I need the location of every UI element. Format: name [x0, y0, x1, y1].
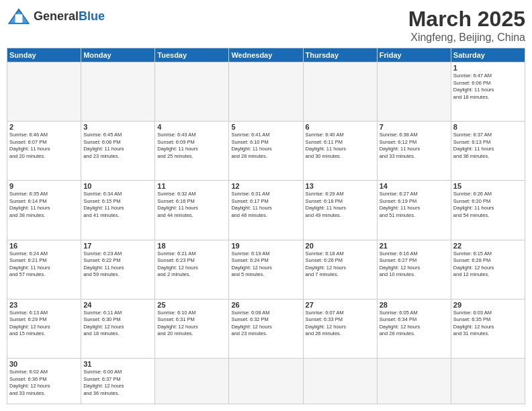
day-info: Sunrise: 6:18 AM Sunset: 6:26 PM Dayligh…	[306, 250, 375, 279]
day-info: Sunrise: 6:11 AM Sunset: 6:30 PM Dayligh…	[83, 310, 152, 338]
calendar-cell: 23Sunrise: 6:13 AM Sunset: 6:29 PM Dayli…	[7, 299, 81, 358]
calendar-cell: 29Sunrise: 6:03 AM Sunset: 6:35 PM Dayli…	[451, 299, 525, 358]
day-number: 27	[306, 301, 375, 309]
calendar-cell: 11Sunrise: 6:32 AM Sunset: 6:16 PM Dayli…	[155, 181, 229, 240]
day-number: 16	[9, 242, 79, 250]
day-info: Sunrise: 6:15 AM Sunset: 6:28 PM Dayligh…	[453, 250, 523, 279]
day-info: Sunrise: 6:35 AM Sunset: 6:14 PM Dayligh…	[9, 191, 79, 219]
day-number: 6	[306, 123, 375, 131]
calendar-header-sunday: Sunday	[7, 48, 81, 62]
calendar-cell: 9Sunrise: 6:35 AM Sunset: 6:14 PM Daylig…	[7, 181, 81, 240]
calendar-cell: 31Sunrise: 6:00 AM Sunset: 6:37 PM Dayli…	[81, 359, 155, 404]
day-info: Sunrise: 6:23 AM Sunset: 6:22 PM Dayligh…	[83, 250, 152, 279]
day-info: Sunrise: 6:19 AM Sunset: 6:24 PM Dayligh…	[231, 250, 300, 279]
day-info: Sunrise: 6:03 AM Sunset: 6:35 PM Dayligh…	[453, 310, 523, 338]
calendar-cell	[81, 62, 155, 122]
calendar-cell: 15Sunrise: 6:26 AM Sunset: 6:20 PM Dayli…	[451, 181, 525, 240]
day-info: Sunrise: 6:29 AM Sunset: 6:18 PM Dayligh…	[306, 191, 375, 219]
calendar-cell: 1Sunrise: 6:47 AM Sunset: 6:06 PM Daylig…	[451, 62, 525, 122]
day-info: Sunrise: 6:10 AM Sunset: 6:31 PM Dayligh…	[157, 310, 226, 338]
calendar-cell: 12Sunrise: 6:31 AM Sunset: 6:17 PM Dayli…	[229, 181, 303, 240]
calendar-header-tuesday: Tuesday	[155, 48, 229, 62]
calendar-header-friday: Friday	[377, 48, 451, 62]
calendar-cell	[7, 62, 81, 122]
day-info: Sunrise: 6:07 AM Sunset: 6:33 PM Dayligh…	[306, 310, 375, 338]
day-number: 12	[231, 182, 300, 190]
logo-icon	[7, 7, 31, 26]
day-number: 13	[306, 182, 375, 190]
calendar-header-row: SundayMondayTuesdayWednesdayThursdayFrid…	[7, 48, 525, 62]
day-info: Sunrise: 6:02 AM Sunset: 6:36 PM Dayligh…	[9, 369, 79, 397]
day-info: Sunrise: 6:47 AM Sunset: 6:06 PM Dayligh…	[453, 73, 523, 101]
day-info: Sunrise: 6:13 AM Sunset: 6:29 PM Dayligh…	[9, 310, 79, 338]
calendar-cell	[155, 359, 229, 404]
day-number: 23	[9, 301, 79, 309]
day-number: 25	[157, 301, 226, 309]
day-info: Sunrise: 6:24 AM Sunset: 6:21 PM Dayligh…	[9, 250, 79, 279]
calendar-cell	[303, 62, 377, 122]
calendar-cell: 8Sunrise: 6:37 AM Sunset: 6:13 PM Daylig…	[451, 122, 525, 181]
calendar-cell: 20Sunrise: 6:18 AM Sunset: 6:26 PM Dayli…	[303, 240, 377, 299]
calendar-week-1: 2Sunrise: 6:46 AM Sunset: 6:07 PM Daylig…	[7, 122, 525, 181]
day-number: 19	[231, 242, 300, 250]
day-info: Sunrise: 6:45 AM Sunset: 6:08 PM Dayligh…	[83, 132, 152, 160]
calendar-cell: 14Sunrise: 6:27 AM Sunset: 6:19 PM Dayli…	[377, 181, 451, 240]
day-info: Sunrise: 6:41 AM Sunset: 6:10 PM Dayligh…	[231, 132, 300, 160]
day-number: 7	[380, 123, 449, 131]
calendar-week-2: 9Sunrise: 6:35 AM Sunset: 6:14 PM Daylig…	[7, 181, 525, 240]
calendar-cell: 7Sunrise: 6:38 AM Sunset: 6:12 PM Daylig…	[377, 122, 451, 181]
calendar-cell	[377, 62, 451, 122]
main-title: March 2025	[408, 7, 525, 32]
calendar-cell: 4Sunrise: 6:43 AM Sunset: 6:09 PM Daylig…	[155, 122, 229, 181]
calendar-cell: 13Sunrise: 6:29 AM Sunset: 6:18 PM Dayli…	[303, 181, 377, 240]
calendar-cell: 21Sunrise: 6:16 AM Sunset: 6:27 PM Dayli…	[377, 240, 451, 299]
calendar-table: SundayMondayTuesdayWednesdayThursdayFrid…	[7, 48, 525, 404]
title-block: March 2025 Xingfeng, Beijing, China	[408, 7, 525, 44]
calendar-cell	[229, 359, 303, 404]
calendar-cell: 22Sunrise: 6:15 AM Sunset: 6:28 PM Dayli…	[451, 240, 525, 299]
day-number: 11	[157, 182, 226, 190]
calendar-header-saturday: Saturday	[451, 48, 525, 62]
calendar-cell: 5Sunrise: 6:41 AM Sunset: 6:10 PM Daylig…	[229, 122, 303, 181]
svg-rect-2	[15, 14, 23, 23]
day-info: Sunrise: 6:31 AM Sunset: 6:17 PM Dayligh…	[231, 191, 300, 219]
day-number: 1	[453, 64, 523, 72]
calendar-cell: 30Sunrise: 6:02 AM Sunset: 6:36 PM Dayli…	[7, 359, 81, 404]
subtitle: Xingfeng, Beijing, China	[408, 32, 525, 44]
day-number: 8	[453, 123, 523, 131]
calendar-week-3: 16Sunrise: 6:24 AM Sunset: 6:21 PM Dayli…	[7, 240, 525, 299]
calendar-cell	[303, 359, 377, 404]
day-info: Sunrise: 6:34 AM Sunset: 6:15 PM Dayligh…	[83, 191, 152, 219]
calendar-cell: 19Sunrise: 6:19 AM Sunset: 6:24 PM Dayli…	[229, 240, 303, 299]
calendar-week-4: 23Sunrise: 6:13 AM Sunset: 6:29 PM Dayli…	[7, 299, 525, 358]
day-info: Sunrise: 6:46 AM Sunset: 6:07 PM Dayligh…	[9, 132, 79, 160]
calendar-cell	[451, 359, 525, 404]
calendar-cell: 2Sunrise: 6:46 AM Sunset: 6:07 PM Daylig…	[7, 122, 81, 181]
day-number: 22	[453, 242, 523, 250]
calendar-week-5: 30Sunrise: 6:02 AM Sunset: 6:36 PM Dayli…	[7, 359, 525, 404]
day-info: Sunrise: 6:43 AM Sunset: 6:09 PM Dayligh…	[157, 132, 226, 160]
day-number: 20	[306, 242, 375, 250]
day-info: Sunrise: 6:05 AM Sunset: 6:34 PM Dayligh…	[380, 310, 449, 338]
day-info: Sunrise: 6:26 AM Sunset: 6:20 PM Dayligh…	[453, 191, 523, 219]
calendar-cell	[229, 62, 303, 122]
day-info: Sunrise: 6:38 AM Sunset: 6:12 PM Dayligh…	[380, 132, 449, 160]
day-info: Sunrise: 6:32 AM Sunset: 6:16 PM Dayligh…	[157, 191, 226, 219]
day-number: 15	[453, 182, 523, 190]
day-info: Sunrise: 6:16 AM Sunset: 6:27 PM Dayligh…	[380, 250, 449, 279]
day-number: 2	[9, 123, 79, 131]
calendar-cell: 17Sunrise: 6:23 AM Sunset: 6:22 PM Dayli…	[81, 240, 155, 299]
logo-text: GeneralBlue	[34, 9, 105, 24]
day-number: 24	[83, 301, 152, 309]
calendar-cell: 27Sunrise: 6:07 AM Sunset: 6:33 PM Dayli…	[303, 299, 377, 358]
calendar-cell: 26Sunrise: 6:08 AM Sunset: 6:32 PM Dayli…	[229, 299, 303, 358]
day-number: 26	[231, 301, 300, 309]
calendar-header-monday: Monday	[81, 48, 155, 62]
day-number: 18	[157, 242, 226, 250]
day-info: Sunrise: 6:08 AM Sunset: 6:32 PM Dayligh…	[231, 310, 300, 338]
calendar-cell: 28Sunrise: 6:05 AM Sunset: 6:34 PM Dayli…	[377, 299, 451, 358]
logo: GeneralBlue	[7, 7, 105, 26]
day-info: Sunrise: 6:21 AM Sunset: 6:23 PM Dayligh…	[157, 250, 226, 279]
calendar-cell	[377, 359, 451, 404]
day-number: 30	[9, 360, 79, 368]
